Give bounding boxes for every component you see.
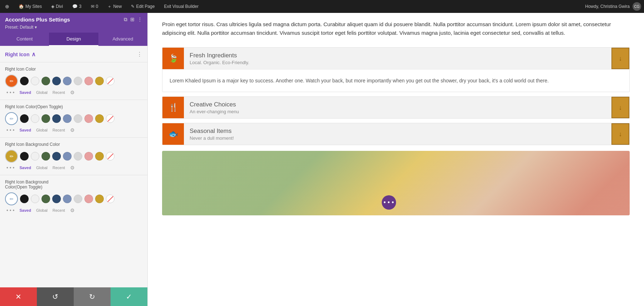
saved-tab-3[interactable]: Saved [19,166,31,170]
color-swatch-none-4[interactable] [106,195,114,203]
tab-content[interactable]: Content [0,33,49,46]
color-swatch-black-4[interactable] [20,195,29,203]
color-swatch-darkblue-4[interactable] [52,195,61,203]
dots-icon-3[interactable]: • • • [6,165,14,171]
dots-icon-2[interactable]: • • • [6,127,14,133]
color-swatch-medblue-2[interactable] [63,114,72,123]
color-swatch-darkblue-1[interactable] [52,77,61,85]
color-swatch-medblue-3[interactable] [63,152,72,161]
right-icon-color-open-toggle-tabs: • • • Saved Global Recent ⚙ [5,126,142,134]
color-swatch-darkgreen-4[interactable] [42,195,50,203]
recent-tab-2[interactable]: Recent [53,128,65,132]
color-swatch-lightgray-4[interactable] [74,195,82,203]
preset-selector[interactable]: Preset: Default ▾ [5,25,142,30]
global-tab-4[interactable]: Global [36,208,48,212]
color-swatch-gold-3[interactable] [95,152,104,161]
exit-visual-builder-button[interactable]: Exit Visual Builder [162,3,201,10]
right-icon-color-row: ✏ [5,75,142,87]
dots-icon-4[interactable]: • • • [6,207,14,213]
saved-tab-4[interactable]: Saved [19,208,31,212]
recent-tab-1[interactable]: Recent [53,90,65,95]
dots-icon-1[interactable]: • • • [6,90,14,95]
wp-logo[interactable]: ⊕ [3,2,11,11]
color-swatch-pink-2[interactable] [84,114,93,123]
accordion-toggle-fresh[interactable]: ↓ [611,48,629,69]
color-swatch-black-1[interactable] [20,77,29,85]
confirm-button[interactable]: ✓ [111,287,147,306]
recent-tab-3[interactable]: Recent [53,166,65,170]
color-swatch-none-1[interactable] [106,77,114,85]
tab-design[interactable]: Design [49,33,98,46]
color-swatch-white-4[interactable] [31,195,39,203]
undo-button[interactable]: ↺ [37,287,74,306]
color-swatch-medblue-1[interactable] [63,77,72,85]
saved-tab-2[interactable]: Saved [19,128,31,132]
my-sites-menu[interactable]: 🏠 My Sites [16,3,44,10]
color-swatch-lightgray-1[interactable] [74,77,82,85]
color-swatch-black-3[interactable] [20,152,29,161]
comments-count[interactable]: 💬 3 [70,3,84,10]
gear-icon-1[interactable]: ⚙ [70,90,75,95]
color-swatch-darkgreen-1[interactable] [42,77,50,85]
color-swatch-white-2[interactable] [31,114,39,123]
color-swatch-darkblue-2[interactable] [52,114,61,123]
accordion-header-seasonal[interactable]: 🐟 Seasonal Items Never a dull moment! ↓ [162,123,629,145]
right-icon-bg-color-open-toggle-swatch[interactable]: ✏ [5,192,18,205]
grid-icon[interactable]: ⊞ [130,16,135,23]
color-swatch-none-2[interactable] [106,114,114,123]
right-icon-bg-color-swatch[interactable]: ✏ [5,150,18,163]
color-swatch-white-1[interactable] [31,77,39,85]
copy-icon[interactable]: ⧉ [124,16,127,23]
right-icon-bg-color-label: Right Icon Background Color [5,142,142,147]
color-swatch-pink-3[interactable] [84,152,93,161]
comments-zero[interactable]: ✉ 0 [89,3,101,10]
color-swatch-gold-1[interactable] [95,77,104,85]
tab-advanced[interactable]: Advanced [98,33,147,46]
color-swatch-darkgreen-2[interactable] [42,114,50,123]
color-swatch-none-3[interactable] [106,152,114,161]
accordion-icon-box-seasonal: 🐟 [162,123,184,145]
color-swatch-darkgreen-3[interactable] [42,152,50,161]
right-icon-color-open-toggle-swatch[interactable]: ✏ [5,112,18,125]
pen-icon: ✏ [10,78,14,84]
global-tab-3[interactable]: Global [36,166,48,170]
color-swatch-gold-4[interactable] [95,195,104,203]
right-icon-color-label: Right Icon Color [5,67,142,72]
color-swatch-lightgray-3[interactable] [74,152,82,161]
avatar[interactable]: CG [633,2,641,11]
global-tab-2[interactable]: Global [36,128,48,132]
right-icon-color-main-swatch[interactable]: ✏ [5,75,18,87]
redo-button[interactable]: ↻ [74,287,111,306]
color-swatch-white-3[interactable] [31,152,39,161]
color-swatch-pink-4[interactable] [84,195,93,203]
gear-icon-2[interactable]: ⚙ [70,127,75,133]
accordion-header-creative[interactable]: 🍴 Creative Choices An ever-changing menu… [162,97,629,118]
color-swatch-darkblue-3[interactable] [52,152,61,161]
more-options-button[interactable]: • • • [382,195,396,210]
message-icon: ✉ [91,4,94,9]
new-post-button[interactable]: ＋ New [105,2,124,11]
cancel-button[interactable]: ✕ [0,287,37,306]
more-icon[interactable]: ⋮ [137,16,142,23]
accordion-header-fresh[interactable]: 🍃 Fresh Ingredients Local. Organic. Eco-… [162,48,629,69]
gear-icon-3[interactable]: ⚙ [70,165,75,171]
recent-tab-4[interactable]: Recent [53,208,65,212]
color-swatch-black-2[interactable] [20,114,29,123]
color-swatch-medblue-4[interactable] [63,195,72,203]
color-swatch-lightgray-2[interactable] [74,114,82,123]
accordion-toggle-seasonal[interactable]: ↓ [611,123,629,145]
divi-menu[interactable]: ◈ Divi [49,3,65,10]
section-chevron[interactable]: ∧ [31,51,36,58]
accordion-toggle-creative[interactable]: ↓ [611,97,629,118]
arrow-down-icon-seasonal: ↓ [619,130,622,138]
saved-tab-1[interactable]: Saved [19,90,31,95]
wordpress-icon: ⊕ [5,4,9,9]
edit-page-button[interactable]: ✎ Edit Page [129,3,157,10]
gear-icon-4[interactable]: ⚙ [70,207,75,213]
color-swatch-gold-2[interactable] [95,114,104,123]
global-tab-1[interactable]: Global [36,90,48,95]
section-menu-icon[interactable]: ⋮ [137,51,142,58]
panel-title: Accordions Plus Settings [5,16,70,23]
color-swatch-pink-1[interactable] [84,77,93,85]
right-icon-bg-color-setting: Right Icon Background Color ✏ [0,138,147,174]
